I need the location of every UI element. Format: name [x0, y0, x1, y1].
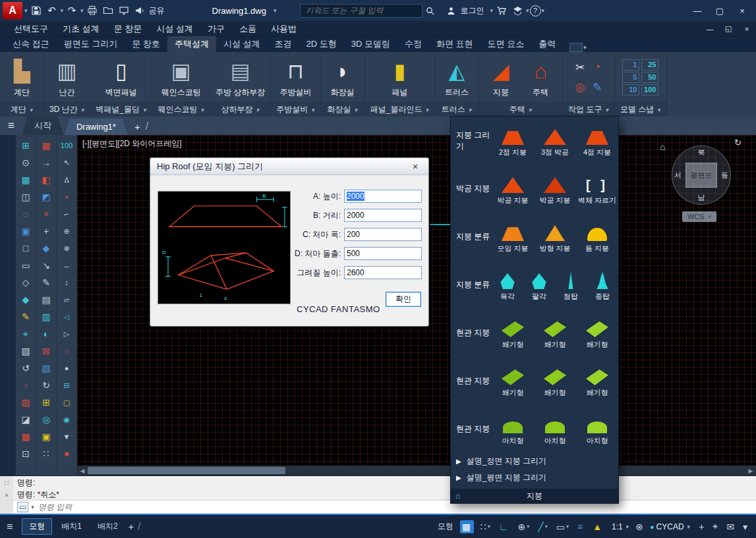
- command-caret-icon[interactable]: ▾: [31, 504, 34, 510]
- ribbon-tab[interactable]: 도면 요소: [480, 36, 532, 52]
- tool-icon[interactable]: ◆: [17, 291, 34, 308]
- layout-tab[interactable]: 배치1: [55, 519, 88, 534]
- tool-icon[interactable]: ▢: [58, 394, 75, 411]
- status-menu-icon[interactable]: ≡: [7, 521, 13, 533]
- tool-icon[interactable]: ↖: [58, 154, 75, 171]
- viewcube-face[interactable]: 평면도: [685, 163, 717, 188]
- roof-menu-footer[interactable]: ⌂ 지붕: [451, 489, 618, 503]
- help-icon[interactable]: ?: [530, 5, 541, 16]
- field-input[interactable]: 200: [344, 228, 422, 241]
- minimize-button[interactable]: —: [686, 1, 709, 20]
- tool-icon[interactable]: ⊗: [58, 240, 75, 257]
- menu-item[interactable]: 소품: [232, 23, 264, 35]
- app-logo[interactable]: A: [3, 2, 22, 19]
- tool-icon[interactable]: ∷: [38, 445, 55, 462]
- add-layout-button[interactable]: +: [129, 522, 134, 532]
- layout-tab[interactable]: 배치2: [91, 519, 125, 534]
- tool-icon[interactable]: ⊙: [17, 154, 34, 171]
- tool-icon[interactable]: ◎: [38, 411, 55, 428]
- ribbon-button[interactable]: ▙계단: [5, 57, 38, 98]
- ribbon-button[interactable]: ▯벽면패널: [105, 57, 138, 98]
- tool-icon[interactable]: ◐: [38, 325, 55, 342]
- compass-east[interactable]: 동: [721, 171, 728, 180]
- scrollbar-thumb[interactable]: [88, 467, 285, 474]
- apps-icon[interactable]: [509, 3, 525, 18]
- tool-icon[interactable]: ▭: [17, 257, 34, 274]
- tool-icon[interactable]: +: [58, 188, 75, 205]
- roof-menu-item[interactable]: 쐐기형: [576, 316, 618, 350]
- status-icon[interactable]: ▭▾: [554, 520, 571, 533]
- ribbon-button[interactable]: ▮패널: [383, 57, 416, 98]
- tool-icon[interactable]: ×: [38, 205, 55, 223]
- ribbon-tab[interactable]: 화면 표현: [429, 36, 480, 52]
- command-input[interactable]: [37, 502, 752, 512]
- tool-icon[interactable]: ⊠: [38, 342, 55, 360]
- roof-menu-item[interactable]: 종탑: [587, 268, 618, 302]
- tool-icon[interactable]: ⊕: [58, 223, 75, 240]
- scroll-right-icon[interactable]: ▶: [745, 468, 756, 474]
- menu-item[interactable]: 기초 설계: [55, 23, 107, 35]
- wcs-control[interactable]: WCS▾: [682, 211, 716, 222]
- tool-icon[interactable]: ▫: [17, 377, 34, 394]
- help-caret-icon[interactable]: ▾: [542, 7, 545, 14]
- field-input[interactable]: 2000: [344, 190, 422, 203]
- tool-icon[interactable]: ∆: [58, 171, 75, 188]
- layout-tab[interactable]: 모형: [22, 518, 52, 535]
- status-icon[interactable]: ▦: [460, 520, 474, 533]
- ribbon-button[interactable]: ◭트러스: [440, 57, 473, 98]
- roof-menu-item[interactable]: 아치형: [492, 412, 534, 446]
- ribbon-tab[interactable]: 2D 도형: [299, 36, 344, 52]
- undo-icon[interactable]: ↶: [44, 3, 60, 18]
- redo-caret-icon[interactable]: ▾: [80, 7, 84, 14]
- ribbon-button[interactable]: ▣웨인스코팅: [161, 57, 201, 98]
- doc-restore-button[interactable]: ◱: [719, 22, 738, 36]
- compass-south[interactable]: 남: [698, 193, 705, 203]
- document-tab[interactable]: Drawing1*: [65, 119, 128, 135]
- roof-menu-item[interactable]: 2점 지붕: [492, 124, 534, 157]
- ribbon-button[interactable]: ⌂주택: [524, 57, 557, 98]
- status-icon[interactable]: ⊕▾: [516, 520, 532, 533]
- status-icon[interactable]: ∷▾: [479, 520, 492, 533]
- panel-footer[interactable]: 벽패널_몰딩▾: [90, 102, 152, 117]
- viewcube-compass[interactable]: 북 남 서 동 평면도: [672, 146, 731, 205]
- command-close-icon[interactable]: ×: [5, 491, 9, 499]
- status-icon[interactable]: ╱▾: [536, 520, 549, 533]
- ribbon-button[interactable]: ◗화장실: [326, 57, 359, 98]
- maximize-button[interactable]: ▢: [709, 1, 731, 20]
- menu-expander[interactable]: ▶설명_평면 지붕 그리기: [451, 470, 618, 486]
- tool-icon[interactable]: ▦: [17, 171, 34, 188]
- share-megaphone-icon[interactable]: [132, 3, 148, 18]
- ribbon-options-caret-icon[interactable]: ▾: [583, 44, 587, 51]
- tool-icon[interactable]: ↔: [58, 257, 75, 274]
- ribbon-tab[interactable]: 수정: [397, 36, 429, 52]
- tool-icon[interactable]: ⊡: [17, 445, 34, 462]
- doc-minimize-button[interactable]: —: [701, 22, 719, 36]
- roof-menu-item[interactable]: 모임 지붕: [492, 220, 534, 254]
- snap-row[interactable]: 550: [622, 72, 658, 83]
- tool-icon[interactable]: ▣: [17, 223, 34, 240]
- annotation-scale-control[interactable]: 1:1▾: [609, 521, 631, 533]
- panel-footer[interactable]: 화장실▾: [321, 102, 364, 117]
- panel-footer[interactable]: 계단▾: [0, 102, 44, 117]
- tool-icon[interactable]: +: [38, 223, 55, 240]
- roof-menu-item[interactable]: 박공 지붕: [492, 172, 534, 205]
- roof-menu-item[interactable]: 아치형: [576, 412, 618, 446]
- menu-item[interactable]: 시설 설계: [149, 23, 200, 35]
- login-label[interactable]: 로그인: [461, 5, 484, 16]
- title-caret-icon[interactable]: ▾: [274, 7, 277, 14]
- document-tab[interactable]: 시작: [22, 117, 63, 135]
- roof-menu-item[interactable]: 쐐기형: [534, 316, 576, 350]
- panel-footer[interactable]: 작업 도구▾: [563, 102, 614, 117]
- ribbon-button[interactable]: ⊓주방설비: [279, 57, 312, 98]
- ribbon-tab[interactable]: 시설 설계: [216, 36, 268, 52]
- redo-icon[interactable]: ↷: [64, 3, 80, 18]
- roof-menu-item[interactable]: 돔 지붕: [576, 220, 618, 254]
- work-tool-icon[interactable]: ✂: [571, 57, 589, 77]
- search-icon[interactable]: [422, 3, 438, 18]
- tool-icon[interactable]: ◩: [38, 188, 55, 205]
- apps-caret-icon[interactable]: ▾: [526, 7, 529, 14]
- model-space-label[interactable]: 모형: [438, 521, 453, 532]
- roof-menu-item[interactable]: 쐐기형: [534, 364, 576, 398]
- field-input[interactable]: 2600: [344, 266, 422, 279]
- tool-icon[interactable]: ◌: [17, 205, 34, 223]
